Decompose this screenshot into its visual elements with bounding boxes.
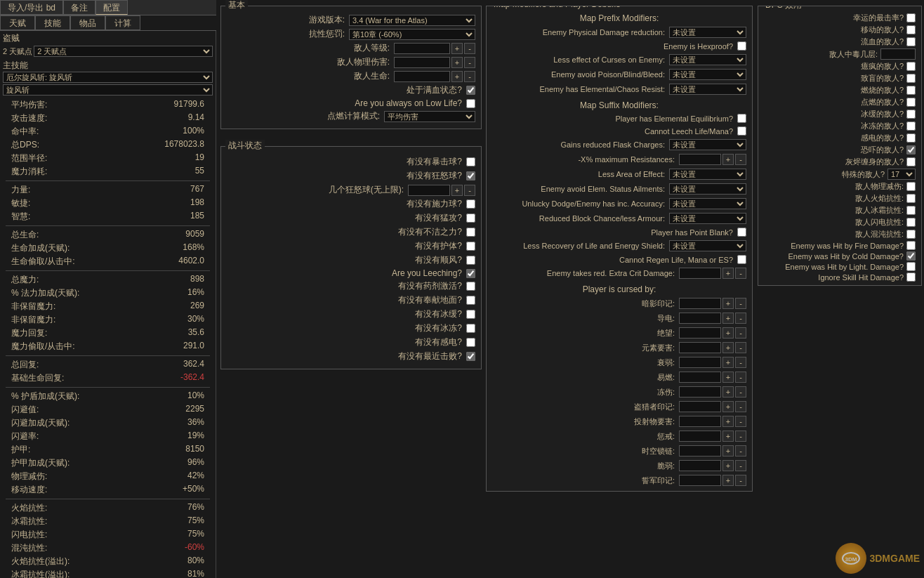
hexproof-check[interactable] bbox=[737, 41, 746, 51]
curse-decay-input[interactable] bbox=[679, 357, 721, 368]
rage-ball-minus[interactable]: - bbox=[464, 185, 475, 196]
curse-fragile-input[interactable] bbox=[679, 460, 721, 471]
chill-check[interactable] bbox=[466, 310, 475, 319]
special-enemy-select[interactable]: 17 bbox=[887, 169, 916, 180]
curse-shadow-plus[interactable]: + bbox=[722, 298, 734, 309]
ignore-skill-check[interactable] bbox=[906, 272, 916, 282]
enemy-phys-reduc-check[interactable] bbox=[906, 182, 916, 191]
tailwind-check[interactable] bbox=[466, 256, 475, 265]
curse-ele-weak-minus[interactable]: - bbox=[735, 342, 746, 353]
enemy-life-minus[interactable]: - bbox=[464, 71, 475, 82]
max-resist-input[interactable] bbox=[679, 154, 721, 165]
less-recovery-select[interactable]: 未设置 bbox=[669, 240, 746, 251]
curse-temporal-minus[interactable]: - bbox=[735, 445, 746, 457]
notes-btn[interactable]: 备注 bbox=[63, 0, 95, 15]
curse-frostbite-plus[interactable]: + bbox=[722, 386, 734, 398]
curse-poacher-minus[interactable]: - bbox=[735, 401, 746, 412]
class-select[interactable]: 2 天赋点 bbox=[34, 46, 213, 57]
enemy-phys-dmg-minus[interactable]: - bbox=[464, 57, 475, 68]
import-export-btn[interactable]: 导入/导出 bd bbox=[0, 0, 63, 15]
corrupt-force-check[interactable] bbox=[466, 228, 475, 237]
curse-flammable-minus[interactable]: - bbox=[735, 372, 746, 383]
enemy-life-plus[interactable]: + bbox=[451, 71, 463, 82]
curse-temporal-input[interactable] bbox=[679, 445, 721, 457]
point-blank-check[interactable] bbox=[737, 228, 746, 237]
curse-conduct-minus[interactable]: - bbox=[735, 313, 746, 324]
max-resist-minus[interactable]: - bbox=[735, 154, 746, 165]
curse-army-minus[interactable]: - bbox=[735, 475, 746, 486]
tab-skill[interactable]: 技能 bbox=[35, 15, 70, 30]
curse-conduct-plus[interactable]: + bbox=[722, 313, 734, 324]
avoid-ailments-select[interactable]: 未设置 bbox=[669, 183, 746, 195]
enemy-level-plus[interactable]: + bbox=[451, 43, 463, 54]
tab-talent[interactable]: 天赋 bbox=[0, 15, 35, 30]
curse-army-input[interactable] bbox=[679, 475, 721, 486]
ele-chaos-resist-select[interactable]: 未设置 bbox=[669, 84, 746, 95]
enemy-phys-dmg-input[interactable] bbox=[394, 57, 450, 68]
enemy-chaos-res-check[interactable] bbox=[906, 230, 916, 239]
reduced-crit-minus[interactable]: - bbox=[735, 268, 746, 279]
enemy-level-input[interactable] bbox=[394, 43, 450, 54]
low-life-check[interactable] bbox=[466, 99, 475, 108]
curse-ele-weak-plus[interactable]: + bbox=[722, 342, 734, 353]
curse-decay-plus[interactable]: + bbox=[722, 357, 734, 368]
less-aoe-select[interactable]: 未设置 bbox=[669, 169, 746, 180]
curse-despair-input[interactable] bbox=[679, 327, 721, 339]
curse-poacher-plus[interactable]: + bbox=[722, 401, 734, 412]
hit-cold-check[interactable] bbox=[906, 251, 916, 261]
avoid-poison-select[interactable]: 未设置 bbox=[669, 69, 746, 80]
game-version-select[interactable]: 3.4 (War for the Atlas) bbox=[349, 15, 475, 26]
crit-ball-check[interactable] bbox=[466, 157, 475, 166]
cannot-regen-check[interactable] bbox=[737, 255, 746, 264]
ignited-enemy-check[interactable] bbox=[906, 98, 916, 107]
curse-punish-plus[interactable]: + bbox=[722, 431, 734, 442]
curse-shadow-input[interactable] bbox=[679, 298, 721, 309]
enemy-light-res-check[interactable] bbox=[906, 218, 916, 227]
enemy-fire-res-check[interactable] bbox=[906, 194, 916, 203]
enemy-phys-dmg-plus[interactable]: + bbox=[451, 57, 463, 68]
chilled-enemy-check[interactable] bbox=[906, 110, 916, 119]
config-btn[interactable]: 配置 bbox=[95, 0, 128, 15]
ele-equil-check[interactable] bbox=[737, 114, 746, 123]
reduced-crit-input[interactable] bbox=[679, 268, 721, 279]
rage-ball-check[interactable] bbox=[466, 171, 475, 180]
hit-light-check[interactable] bbox=[906, 262, 916, 271]
max-resist-plus[interactable]: + bbox=[722, 154, 734, 165]
flask-active-check[interactable] bbox=[466, 282, 475, 291]
curse-flammable-input[interactable] bbox=[679, 372, 721, 383]
moving-enemy-check[interactable] bbox=[906, 25, 916, 34]
poison-stacks-input[interactable] bbox=[880, 48, 916, 60]
blinded-enemy-check[interactable] bbox=[906, 74, 916, 83]
ash-enemy-check[interactable] bbox=[906, 157, 916, 166]
unlucky-dodge-select[interactable]: 未设置 bbox=[669, 198, 746, 209]
curse-proj-weak-plus[interactable]: + bbox=[722, 416, 734, 427]
curse-frostbite-minus[interactable]: - bbox=[735, 386, 746, 398]
curse-proj-weak-minus[interactable]: - bbox=[735, 416, 746, 427]
enemy-cold-res-check[interactable] bbox=[906, 206, 916, 215]
curse-effect-select[interactable]: 未设置 bbox=[669, 54, 746, 65]
curse-punish-input[interactable] bbox=[679, 431, 721, 442]
lucky-crit-check[interactable] bbox=[906, 13, 916, 22]
enemy-level-minus[interactable]: - bbox=[464, 43, 475, 54]
freeze-check[interactable] bbox=[466, 324, 475, 333]
curse-punish-minus[interactable]: - bbox=[735, 431, 746, 442]
curse-temporal-plus[interactable]: + bbox=[722, 445, 734, 457]
rage-ball-plus[interactable]: + bbox=[451, 185, 463, 196]
intimidated-enemy-check[interactable] bbox=[906, 145, 916, 155]
hit-fire-check[interactable] bbox=[906, 241, 916, 250]
shock-check[interactable] bbox=[466, 338, 475, 347]
enemy-life-input[interactable] bbox=[394, 71, 450, 82]
leeching-check[interactable] bbox=[466, 269, 475, 278]
curse-shadow-minus[interactable]: - bbox=[735, 298, 746, 309]
tab-calc[interactable]: 计算 bbox=[105, 15, 140, 30]
curse-fragile-plus[interactable]: + bbox=[722, 460, 734, 471]
cannot-leech-check[interactable] bbox=[737, 126, 746, 136]
frenzy-check[interactable] bbox=[466, 214, 475, 223]
curse-conduct-input[interactable] bbox=[679, 313, 721, 324]
curse-poacher-input[interactable] bbox=[679, 401, 721, 412]
ignite-mode-select[interactable]: 平均伤害 bbox=[384, 111, 475, 122]
curse-decay-minus[interactable]: - bbox=[735, 357, 746, 368]
reduced-block-select[interactable]: 未设置 bbox=[669, 213, 746, 224]
enemy-phys-reduce-select[interactable]: 未设置 bbox=[669, 27, 746, 38]
consecrated-ground-check[interactable] bbox=[466, 296, 475, 305]
